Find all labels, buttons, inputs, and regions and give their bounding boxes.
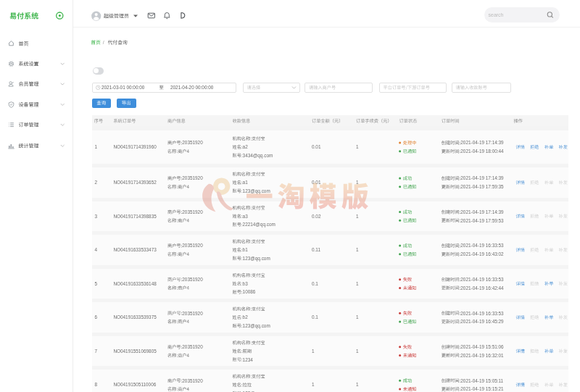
svg-text:20351920: 20351920	[182, 243, 203, 248]
svg-text:2021-04-19 17:14:39: 2021-04-19 17:14:39	[460, 209, 504, 214]
svg-text:NO04191505110006: NO04191505110006	[113, 382, 156, 387]
svg-text:a1: a1	[243, 180, 249, 185]
svg-text:3434@qq.com: 3434@qq.com	[243, 153, 273, 159]
svg-text:123@qq.com: 123@qq.com	[243, 323, 270, 329]
svg-text:b1: b1	[243, 247, 249, 252]
svg-text:1: 1	[356, 214, 359, 219]
svg-text:1: 1	[356, 314, 359, 320]
svg-text:123@qq.com: 123@qq.com	[243, 256, 270, 262]
svg-text:1: 1	[356, 247, 359, 252]
svg-text:20351920: 20351920	[182, 378, 203, 383]
svg-text:0.1: 0.1	[312, 314, 318, 320]
svg-text:2021-04-19 17:14:39: 2021-04-19 17:14:39	[460, 175, 504, 180]
svg-text:/: /	[103, 40, 104, 45]
svg-text:a3: a3	[243, 214, 249, 219]
svg-text:22214@qq.com: 22214@qq.com	[243, 222, 276, 228]
svg-text:2021-04-19 17:59:35: 2021-04-19 17:59:35	[460, 184, 504, 189]
svg-text:1: 1	[356, 281, 359, 286]
svg-text:2021-04-19 16:33:53: 2021-04-19 16:33:53	[460, 311, 504, 316]
svg-text:123@qq.com: 123@qq.com	[243, 188, 270, 194]
svg-text:search: search	[489, 12, 504, 17]
svg-text:0.02: 0.02	[312, 214, 321, 219]
svg-text:2021-03-01 00:00:00: 2021-03-01 00:00:00	[102, 85, 145, 90]
svg-text:NO04191551069805: NO04191551069805	[113, 349, 157, 354]
svg-text:2021-04-19 16:33:53: 2021-04-19 16:33:53	[460, 277, 504, 282]
svg-text:20351920: 20351920	[182, 344, 203, 349]
svg-text:1: 1	[356, 382, 359, 387]
svg-text:NO04191714393652: NO04191714393652	[113, 180, 157, 185]
svg-text:6: 6	[95, 314, 98, 320]
svg-text:2021-04-19 17:59:53: 2021-04-19 17:59:53	[460, 218, 504, 223]
svg-text:NO04191714398835: NO04191714398835	[113, 214, 157, 219]
svg-text:2021-04-20 00:00:00: 2021-04-20 00:00:00	[170, 85, 214, 90]
svg-text:0.11: 0.11	[312, 247, 320, 252]
svg-text:NO04191633533473: NO04191633533473	[113, 247, 157, 252]
svg-text:0.01: 0.01	[312, 144, 321, 149]
svg-text:2021-04-19 16:33:53: 2021-04-19 16:33:53	[460, 243, 504, 248]
svg-text:2021-04-19 17:14:39: 2021-04-19 17:14:39	[460, 140, 504, 145]
svg-text:20351920: 20351920	[182, 277, 203, 282]
svg-text:2021-04-19 16:43:02: 2021-04-19 16:43:02	[460, 251, 504, 257]
svg-text:2021-04-19 15:15:21: 2021-04-19 15:15:21	[460, 386, 504, 391]
svg-text:2021-04-19 15:51:06: 2021-04-19 15:51:06	[460, 344, 504, 349]
svg-text:1: 1	[356, 144, 359, 149]
svg-text:20351920: 20351920	[182, 311, 203, 316]
svg-text:7: 7	[95, 349, 98, 354]
svg-text:NO04191714391960: NO04191714391960	[113, 144, 157, 149]
svg-text:1: 1	[312, 349, 315, 354]
svg-text:1: 1	[312, 382, 315, 387]
svg-text:1234: 1234	[243, 357, 254, 362]
svg-text:2021-04-19 16:45:29: 2021-04-19 16:45:29	[460, 319, 504, 324]
svg-text:3: 3	[95, 214, 98, 219]
svg-text:NO04191633539375: NO04191633539375	[113, 314, 157, 320]
svg-text:1: 1	[356, 180, 359, 185]
svg-text:10086: 10086	[243, 289, 256, 294]
svg-text:1: 1	[95, 144, 98, 149]
svg-text:5: 5	[95, 281, 98, 286]
svg-text:2021-04-19 16:42:44: 2021-04-19 16:42:44	[460, 285, 504, 291]
svg-text:b3: b3	[243, 281, 249, 286]
svg-text:20351920: 20351920	[182, 140, 203, 145]
svg-text:b2: b2	[243, 314, 249, 320]
svg-text:4: 4	[95, 247, 98, 252]
svg-text:NO04191633536148: NO04191633536148	[113, 281, 157, 286]
svg-text:2021-04-19 16:32:01: 2021-04-19 16:32:01	[460, 353, 504, 358]
svg-text:2021-04-19 18:00:44: 2021-04-19 18:00:44	[460, 149, 504, 154]
svg-text:8: 8	[95, 382, 98, 387]
svg-text:20351920: 20351920	[182, 209, 203, 214]
svg-text:1: 1	[356, 349, 359, 354]
svg-text:20351920: 20351920	[182, 175, 203, 180]
svg-text:0.1: 0.1	[312, 281, 318, 286]
svg-text:2: 2	[95, 180, 98, 185]
svg-text:a2: a2	[243, 144, 249, 149]
svg-text:2021-04-19 15:05:11: 2021-04-19 15:05:11	[460, 378, 503, 383]
